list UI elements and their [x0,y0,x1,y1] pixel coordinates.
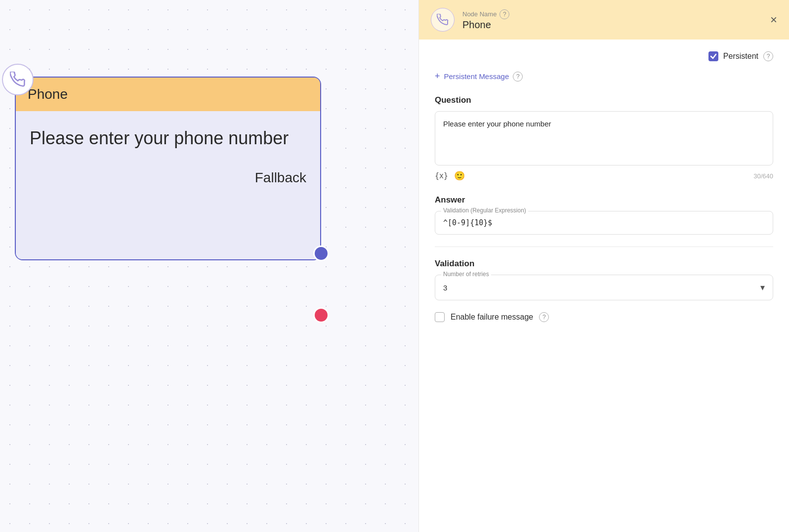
dropdown-arrow-icon: ▾ [760,282,765,293]
retries-field-label: Number of retries [441,271,491,278]
persistent-message-label: Persistent Message [444,72,509,81]
panel-header-left: Node Name ? Phone [431,8,509,32]
panel-header: Node Name ? Phone × [419,0,789,40]
node-fallback-label: Fallback [255,170,306,186]
question-textarea[interactable]: Please enter your phone number [435,111,773,165]
validation-field: Validation (Regular Expression) ^[0-9]{1… [435,211,773,235]
answer-section-label: Answer [435,195,773,205]
right-panel: Node Name ? Phone × Persistent ? + Persi… [418,0,789,532]
checkmark-icon [710,53,717,60]
node-title: Phone [28,86,68,102]
node-name-help-icon[interactable]: ? [499,9,509,19]
validation-value: ^[0-9]{10}$ [443,218,492,227]
validation-field-label: Validation (Regular Expression) [441,207,528,214]
node-question-text: Please enter your phone number [30,127,306,150]
enable-failure-label: Enable failure message [451,313,533,322]
node-header: Phone [16,78,320,111]
enable-failure-row: Enable failure message ? [435,312,773,322]
question-section: Question Please enter your phone number … [435,95,773,181]
node-body: Please enter your phone number Fallback [16,111,320,259]
enable-failure-checkbox[interactable] [435,312,445,322]
question-toolbar: {x} 🙂 30/640 [435,170,773,181]
connector-dot-top[interactable] [313,246,329,261]
canvas-area: Phone Please enter your phone number Fal… [0,0,418,532]
retries-field[interactable]: Number of retries 3 ▾ [435,275,773,300]
validation-section: Validation Number of retries 3 ▾ [435,259,773,300]
panel-header-info: Node Name ? Phone [462,9,509,31]
char-count: 30/640 [753,172,773,180]
plus-icon: + [435,71,440,82]
answer-section: Answer Validation (Regular Expression) ^… [435,195,773,235]
persistent-message-help-icon[interactable]: ? [513,72,523,82]
section-divider [435,246,773,247]
persistent-message-row[interactable]: + Persistent Message ? [435,71,773,82]
panel-node-name-label: Node Name ? [462,9,509,19]
node-card: Phone Please enter your phone number Fal… [15,77,321,260]
phone-icon [10,72,26,87]
question-section-label: Question [435,95,773,105]
node-phone-icon-circle [2,64,34,95]
retries-value: 3 [443,284,447,292]
panel-phone-title: Phone [462,19,509,31]
enable-failure-help-icon[interactable]: ? [539,312,549,322]
persistent-row: Persistent ? [435,51,773,61]
variable-icon-button[interactable]: {x} [435,171,448,180]
panel-content: Persistent ? + Persistent Message ? Ques… [419,40,789,532]
persistent-help-icon[interactable]: ? [763,51,773,61]
emoji-icon-button[interactable]: 🙂 [454,170,465,181]
emoji-icon: 🙂 [454,170,465,181]
node-fallback-row: Fallback [30,170,306,186]
panel-phone-icon [437,14,449,26]
panel-close-button[interactable]: × [770,14,777,26]
persistent-label: Persistent [723,52,758,61]
validation-section-label: Validation [435,259,773,269]
panel-phone-icon-circle [431,8,455,32]
question-toolbar-left: {x} 🙂 [435,170,465,181]
variable-icon: {x} [435,171,448,180]
connector-dot-fallback[interactable] [313,307,329,323]
persistent-checkbox[interactable] [708,51,718,61]
